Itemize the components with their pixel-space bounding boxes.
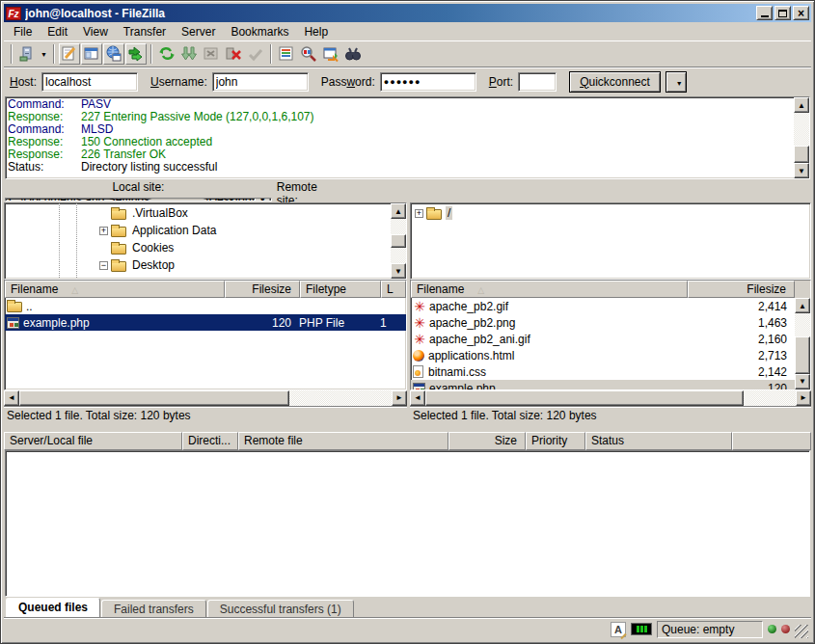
expand-plus-icon[interactable]: +	[99, 227, 108, 235]
toggle-log-view-button[interactable]	[59, 43, 80, 65]
scroll-down-icon[interactable]: ▼	[794, 163, 809, 178]
file-row-example-php[interactable]: example.php 120 PHP File 1	[5, 314, 406, 331]
disconnect-button[interactable]	[223, 43, 244, 65]
remote-list-scrollbar[interactable]: ▲ ▼	[795, 298, 810, 389]
cancel-button[interactable]	[201, 43, 222, 65]
file-row-example-php[interactable]: example.php 120	[411, 380, 795, 389]
find-button[interactable]	[342, 43, 364, 65]
scroll-up-icon[interactable]: ▲	[795, 298, 810, 313]
scroll-track[interactable]	[391, 219, 406, 234]
maximize-button[interactable]	[774, 6, 791, 20]
queue-list-area[interactable]	[5, 450, 810, 598]
local-tree-scrollbar[interactable]: ▲ ▼	[391, 203, 406, 279]
tab-successful-transfers[interactable]: Successful transfers (1)	[207, 600, 354, 617]
remote-list-hscrollbar[interactable]: ◄ ►	[410, 390, 811, 406]
resize-grip[interactable]	[795, 625, 808, 638]
tree-item-label[interactable]: Desktop	[130, 258, 177, 272]
sync-browsing-button[interactable]	[320, 43, 341, 65]
compare-button[interactable]	[298, 43, 319, 65]
scroll-down-icon[interactable]: ▼	[795, 374, 810, 389]
tree-item-label[interactable]: .VirtualBox	[130, 206, 190, 220]
tree-item-label[interactable]: /	[446, 206, 452, 220]
column-header-remote-file[interactable]: Remote file	[238, 432, 448, 450]
process-queue-button[interactable]	[178, 43, 200, 65]
column-header-filesize[interactable]: Filesize	[688, 281, 795, 298]
file-row[interactable]: apache_pb2.png 1,463	[411, 314, 795, 331]
menu-file[interactable]: File	[6, 23, 40, 40]
column-header-size[interactable]: Size	[448, 432, 526, 450]
column-header-direction[interactable]: Directi...	[182, 432, 238, 450]
site-manager-button[interactable]	[16, 43, 38, 65]
scroll-thumb[interactable]	[391, 234, 406, 248]
speed-limits-icon[interactable]	[631, 623, 652, 635]
scroll-track[interactable]	[744, 390, 796, 406]
menu-server[interactable]: Server	[174, 23, 223, 40]
tree-item-label[interactable]: Cookies	[130, 241, 176, 255]
toggle-remote-tree-button[interactable]	[103, 43, 124, 65]
scroll-track[interactable]	[289, 390, 392, 406]
file-row[interactable]: bitnami.css 2,142	[411, 363, 795, 380]
toggle-local-tree-button[interactable]	[81, 43, 102, 65]
file-row[interactable]: apache_pb2_ani.gif 2,160	[411, 331, 795, 347]
tree-item-virtualbox[interactable]: .VirtualBox	[5, 204, 391, 222]
ascii-data-type-icon[interactable]: A	[611, 622, 626, 637]
column-header-priority[interactable]: Priority	[526, 432, 585, 450]
reconnect-button[interactable]	[245, 43, 266, 65]
scroll-track[interactable]	[391, 248, 406, 263]
scroll-thumb[interactable]	[19, 390, 289, 406]
tab-failed-transfers[interactable]: Failed transfers	[101, 600, 206, 617]
log-scrollbar[interactable]: ▲ ▼	[794, 97, 809, 178]
quickconnect-button[interactable]: Quickconnect	[569, 71, 661, 93]
expand-minus-icon[interactable]: −	[99, 261, 108, 270]
column-header-filesize[interactable]: Filesize	[225, 281, 300, 298]
tree-item-application-data[interactable]: + Application Data	[5, 222, 391, 239]
local-list-hscrollbar[interactable]: ◄ ►	[4, 390, 407, 406]
file-row[interactable]: apache_pb2.gif 2,414	[411, 298, 795, 314]
refresh-button[interactable]	[156, 43, 177, 65]
menu-help[interactable]: Help	[296, 23, 336, 40]
scroll-right-icon[interactable]: ►	[392, 390, 407, 406]
password-input[interactable]	[380, 72, 476, 92]
menu-edit[interactable]: Edit	[40, 23, 75, 40]
host-input[interactable]	[41, 72, 138, 92]
host-label: Host:	[10, 75, 37, 89]
username-input[interactable]	[212, 72, 309, 92]
tab-queued-files[interactable]: Queued files	[6, 598, 100, 617]
scroll-up-icon[interactable]: ▲	[391, 203, 406, 219]
port-input[interactable]	[518, 72, 557, 92]
scroll-down-icon[interactable]: ▼	[391, 263, 406, 279]
scroll-right-icon[interactable]: ►	[796, 390, 811, 406]
column-header-status[interactable]: Status	[585, 432, 732, 450]
menu-view[interactable]: View	[75, 23, 116, 40]
tree-item-desktop[interactable]: − Desktop	[5, 256, 391, 274]
minimize-button[interactable]	[756, 6, 773, 20]
scroll-track[interactable]	[794, 113, 809, 146]
scroll-up-icon[interactable]: ▲	[794, 97, 809, 113]
scroll-thumb[interactable]	[794, 146, 809, 163]
scroll-track[interactable]	[795, 313, 810, 336]
column-header-filetype[interactable]: Filetype	[300, 281, 381, 298]
file-row-updir[interactable]: ..	[5, 298, 406, 314]
expand-plus-icon[interactable]: +	[415, 209, 423, 218]
local-site-combobox[interactable]: C:\Documents and Settings\Desktop\ ▼	[5, 198, 272, 201]
filter-button[interactable]	[276, 43, 297, 65]
scroll-thumb[interactable]	[425, 390, 744, 406]
column-header-server-local-file[interactable]: Server/Local file	[4, 432, 182, 450]
site-manager-dropdown[interactable]: ▼	[39, 43, 49, 65]
quickconnect-dropdown[interactable]: ▼	[666, 71, 687, 93]
tree-item-label[interactable]: Application Data	[130, 224, 218, 237]
local-site-dropdown[interactable]: ▼	[255, 198, 271, 201]
column-header-filename[interactable]: Filename△	[411, 281, 688, 298]
column-header-lastmodified[interactable]: L	[381, 281, 406, 298]
scroll-thumb[interactable]	[795, 336, 810, 374]
close-button[interactable]: ×	[793, 6, 809, 20]
tree-item-cookies[interactable]: Cookies	[5, 239, 391, 256]
tree-item-root[interactable]: + /	[411, 204, 810, 222]
toggle-queue-button[interactable]	[125, 43, 147, 65]
menu-bookmarks[interactable]: Bookmarks	[223, 23, 296, 40]
column-header-filename[interactable]: Filename△	[5, 281, 225, 298]
scroll-left-icon[interactable]: ◄	[410, 390, 425, 406]
menu-transfer[interactable]: Transfer	[116, 23, 174, 40]
scroll-left-icon[interactable]: ◄	[4, 390, 19, 406]
file-row[interactable]: applications.html 2,713	[411, 347, 795, 363]
